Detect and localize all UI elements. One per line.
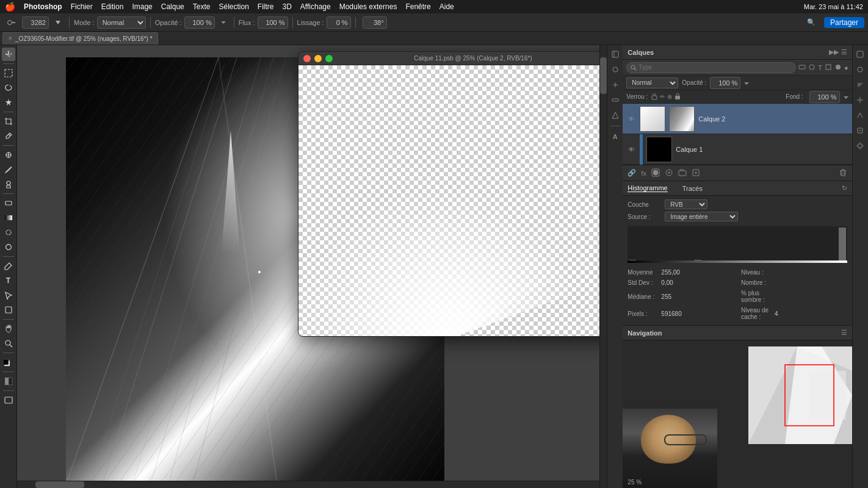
layers-filter-icon-1[interactable]	[798, 63, 806, 72]
tool-quick-mask[interactable]	[2, 375, 15, 388]
right-icon-1[interactable]	[609, 48, 622, 61]
layers-filter-toggle[interactable]: ●	[844, 64, 848, 71]
toolbar-opacity-input[interactable]	[184, 16, 215, 29]
layers-effects-btn[interactable]: fx	[641, 170, 646, 177]
layers-filter-icon-2[interactable]	[808, 63, 816, 72]
apple-menu[interactable]: 🍎	[5, 2, 15, 12]
tool-move[interactable]	[2, 48, 15, 61]
menu-photoshop[interactable]: Photoshop	[24, 2, 62, 11]
layers-search-box[interactable]	[626, 62, 796, 73]
menu-aide[interactable]: Aide	[439, 2, 454, 11]
floating-document-window[interactable]: Calque 11.psb @ 25% (Calque 2, RVB/16*)	[298, 51, 607, 337]
lock-position-btn[interactable]: ⊕	[667, 93, 672, 101]
far-right-icon-4[interactable]	[853, 93, 867, 107]
histogram-tab[interactable]: Histogramme	[627, 184, 667, 192]
tool-zoom[interactable]	[2, 337, 15, 350]
histogram-source-select[interactable]: Image entière	[665, 212, 738, 221]
brush-size-input[interactable]	[22, 16, 49, 29]
far-right-icon-1[interactable]	[853, 48, 867, 61]
menu-texte[interactable]: Texte	[193, 2, 211, 11]
toolbar-mode-select[interactable]: Normal	[97, 16, 146, 29]
canvas-horizontal-scrollbar[interactable]	[17, 481, 599, 488]
layers-group-btn[interactable]	[678, 168, 687, 178]
layers-link-btn[interactable]: 🔗	[627, 169, 636, 177]
tool-fg-bg-color[interactable]	[2, 356, 15, 369]
layers-adjustment-btn[interactable]	[665, 168, 673, 178]
toolbar-brush-preset[interactable]	[51, 16, 65, 29]
menu-edition[interactable]: Edition	[101, 2, 124, 11]
tool-heal[interactable]	[2, 148, 15, 162]
layers-blend-mode-select[interactable]: Normal	[626, 77, 678, 88]
scrollbar-thumb-v[interactable]	[600, 57, 607, 94]
partager-button[interactable]: Partager	[824, 17, 864, 28]
window-minimize-btn[interactable]	[314, 55, 322, 62]
far-right-icon-6[interactable]	[853, 124, 867, 137]
far-right-icon-5[interactable]	[853, 109, 867, 122]
layers-opacity-arrow[interactable]	[744, 79, 749, 87]
document-tab[interactable]: ✕ _OZ93605-Modifier.tif @ 25% (nuages, R…	[2, 32, 158, 45]
layer-visibility-calque2[interactable]: 👁	[626, 115, 636, 123]
tool-lasso[interactable]	[2, 81, 15, 95]
tool-path-select[interactable]	[2, 289, 15, 302]
layers-expand-btn[interactable]: ▶▶	[829, 48, 839, 56]
histogram-refresh-btn[interactable]: ↻	[842, 184, 847, 192]
window-maximize-btn[interactable]	[325, 55, 333, 62]
menu-image[interactable]: Image	[132, 2, 152, 11]
tool-select-rect[interactable]	[2, 66, 15, 80]
menu-modules[interactable]: Modules externes	[339, 2, 397, 11]
tool-pen[interactable]	[2, 259, 15, 273]
far-right-icon-7[interactable]	[853, 139, 867, 152]
tool-clone[interactable]	[2, 178, 15, 191]
menu-calque[interactable]: Calque	[161, 2, 184, 11]
toolbar-search-btn[interactable]: 🔍	[803, 16, 819, 29]
layers-delete-btn[interactable]	[839, 168, 847, 178]
layers-new-btn[interactable]	[692, 168, 700, 178]
layers-filter-icon-3[interactable]: T	[818, 64, 822, 71]
menu-affichage[interactable]: Affichage	[300, 2, 331, 11]
far-right-icon-2[interactable]	[853, 63, 867, 76]
right-icon-2[interactable]	[609, 63, 622, 76]
traces-tab[interactable]: Tracés	[682, 185, 703, 192]
right-icon-3[interactable]	[609, 78, 622, 92]
layers-filter-icon-4[interactable]	[825, 63, 832, 72]
tool-dodge[interactable]	[2, 240, 15, 254]
right-icon-6[interactable]: A	[609, 130, 622, 143]
tool-magic-wand[interactable]	[2, 96, 15, 109]
canvas-vertical-scrollbar[interactable]	[599, 45, 607, 488]
navigation-menu-btn[interactable]: ☰	[841, 329, 847, 337]
tool-gradient[interactable]	[2, 211, 15, 224]
window-close-btn[interactable]	[303, 55, 311, 62]
toolbar-flux-input[interactable]	[258, 16, 288, 29]
right-icon-4[interactable]	[609, 93, 622, 107]
histogram-couche-select[interactable]: RVB	[665, 199, 707, 209]
tool-crop[interactable]	[2, 115, 15, 128]
toolbar-lissage-input[interactable]	[327, 16, 351, 29]
layers-fill-arrow[interactable]	[844, 93, 848, 101]
tool-brush[interactable]	[2, 163, 15, 176]
layer-item-calque1[interactable]: 👁 Calque 1	[623, 134, 852, 165]
tool-eraser[interactable]	[2, 196, 15, 210]
tool-text[interactable]: T	[2, 274, 15, 287]
menu-fenetre[interactable]: Fenêtre	[405, 2, 430, 11]
tool-blur[interactable]	[2, 226, 15, 239]
menu-selection[interactable]: Sélection	[219, 2, 248, 11]
scrollbar-thumb-h[interactable]	[35, 481, 84, 488]
layer-visibility-calque1[interactable]: 👁	[626, 146, 636, 153]
tool-eyedropper[interactable]	[2, 129, 15, 143]
tool-hand[interactable]	[2, 322, 15, 336]
tool-shape[interactable]	[2, 303, 15, 317]
lock-transparency-btn[interactable]	[651, 93, 657, 101]
menu-filtre[interactable]: Filtre	[258, 2, 274, 11]
layers-menu-btn[interactable]: ☰	[841, 48, 847, 56]
canvas-area[interactable]: Calque 11.psb @ 25% (Calque 2, RVB/16*)	[17, 45, 607, 488]
toolbar-opacity-arrow[interactable]	[217, 16, 230, 29]
layers-search-input[interactable]	[638, 64, 675, 71]
tab-close-btn[interactable]: ✕	[8, 35, 13, 41]
layer-item-calque2[interactable]: 👁 Calque 2	[623, 104, 852, 134]
right-icon-5[interactable]	[609, 109, 622, 122]
toolbar-tool-icon[interactable]	[4, 16, 20, 29]
toolbar-angle-input[interactable]	[363, 16, 387, 29]
menu-fichier[interactable]: Fichier	[71, 2, 93, 11]
layers-opacity-input[interactable]	[710, 77, 740, 89]
menu-3d[interactable]: 3D	[283, 2, 292, 11]
